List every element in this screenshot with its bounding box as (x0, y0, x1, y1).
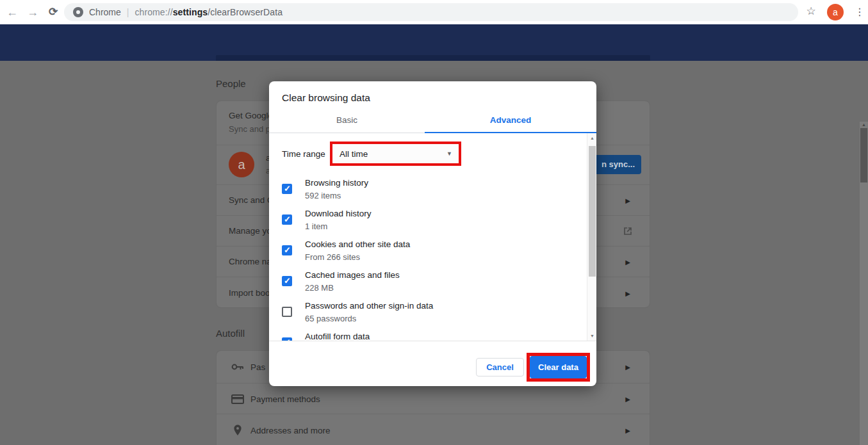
row-label: Payment methods (250, 394, 320, 403)
chevron-right-icon: ▶ (625, 395, 630, 402)
chevron-right-icon: ▶ (625, 258, 630, 265)
tab-advanced[interactable]: Advanced (425, 110, 596, 133)
reload-icon[interactable]: ⟳ (45, 4, 61, 20)
scroll-up-icon[interactable]: ▲ (587, 134, 596, 142)
item-label: Cookies and other site data (305, 239, 410, 249)
item-label: Browsing history (305, 178, 368, 188)
browser-avatar[interactable]: a (827, 4, 844, 20)
row-label: Import boo (229, 288, 270, 298)
item-sublabel: 228 MB (305, 283, 334, 293)
key-icon (230, 359, 245, 375)
scroll-down-icon[interactable]: ▼ (587, 332, 596, 340)
checkbox-autofill[interactable]: ✓ (282, 337, 292, 341)
address-bar[interactable]: Chrome | chrome://settings/clearBrowserD… (64, 3, 798, 21)
highlight-box-time-range: All time ▼ (330, 142, 461, 166)
row-payment-methods[interactable]: Payment methods ▶ (217, 383, 650, 414)
account-avatar: a (229, 152, 254, 177)
chevron-right-icon: ▶ (625, 197, 630, 204)
clear-browsing-data-dialog: Clear browsing data Basic Advanced Time … (269, 81, 596, 386)
chevron-right-icon: ▶ (625, 426, 630, 433)
item-sublabel: From 266 sites (305, 252, 360, 262)
checkbox-browsing-history[interactable]: ✓ (282, 184, 292, 194)
autofill-heading: Autofill (216, 328, 245, 339)
item-label: Passwords and other sign-in data (305, 301, 433, 311)
item-sublabel: 1 item (305, 222, 327, 231)
dropdown-arrow-icon: ▼ (446, 150, 452, 157)
forward-icon[interactable]: → (24, 4, 41, 20)
highlight-box-clear-data: Clear data (527, 353, 590, 382)
item-sublabel: 65 passwords (305, 314, 356, 323)
row-label: Chrome na (229, 257, 272, 266)
people-heading: People (216, 78, 246, 89)
url-text: chrome://settings/clearBrowserData (135, 7, 283, 17)
checkbox-cached-images[interactable]: ✓ (282, 276, 292, 286)
row-download-history: ✓ Download history 1 item (269, 209, 577, 239)
row-label: Pas (250, 362, 265, 372)
dialog-title: Clear browsing data (282, 92, 370, 104)
dialog-scrollbar[interactable]: ▲ ▼ (587, 133, 596, 341)
omnibox-divider: | (127, 7, 129, 17)
credit-card-icon (230, 391, 245, 407)
chevron-right-icon: ▶ (625, 289, 630, 296)
row-cached-images: ✓ Cached images and files 228 MB (269, 270, 577, 301)
open-in-new-icon (621, 225, 634, 238)
page-scrollbar[interactable]: ▲ (860, 122, 868, 445)
item-sublabel: 592 items (305, 191, 341, 200)
url-scheme: chrome:// (135, 7, 172, 17)
url-path: /clearBrowserData (208, 7, 283, 17)
settings-header: Settings Search settings (0, 24, 868, 61)
site-label: Chrome (89, 7, 121, 17)
checkbox-cookies[interactable]: ✓ (282, 245, 292, 255)
dialog-tabs: Basic Advanced (269, 110, 596, 133)
back-icon[interactable]: ← (4, 4, 20, 20)
row-sublabel: Sync and p (229, 124, 270, 134)
item-label: Cached images and files (305, 270, 400, 280)
checkbox-download-history[interactable]: ✓ (282, 214, 292, 225)
url-host: settings (173, 7, 208, 17)
clear-data-button[interactable]: Clear data (530, 356, 587, 378)
browser-menu-icon[interactable]: ⋮ (852, 4, 867, 20)
time-range-label: Time range (282, 149, 325, 159)
chrome-logo-icon (73, 7, 83, 17)
location-pin-icon (230, 423, 245, 438)
item-label: Download history (305, 209, 372, 218)
row-label: Manage yo (229, 226, 272, 236)
dialog-body: Time range All time ▼ ✓ Browsing history… (269, 133, 596, 341)
item-label: Autofill form data (305, 332, 370, 341)
scroll-up-icon[interactable]: ▲ (860, 122, 868, 128)
row-autofill-form-data: ✓ Autofill form data (269, 332, 577, 341)
cancel-button[interactable]: Cancel (476, 358, 524, 376)
row-label: Get Google (229, 111, 273, 120)
checkbox-passwords[interactable]: ✓ (282, 307, 292, 317)
row-addresses[interactable]: Addresses and more ▶ (217, 414, 650, 445)
chevron-right-icon: ▶ (625, 364, 630, 371)
browser-toolbar: ← → ⟳ Chrome | chrome://settings/clearBr… (0, 0, 868, 24)
page-scrollbar-thumb[interactable] (860, 128, 867, 182)
time-range-select[interactable]: All time ▼ (332, 144, 459, 163)
row-label: Addresses and more (250, 425, 331, 435)
tab-basic[interactable]: Basic (269, 110, 425, 133)
bookmark-star-icon[interactable]: ☆ (803, 4, 819, 19)
row-label: Sync and G (229, 195, 274, 205)
row-cookies: ✓ Cookies and other site data From 266 s… (269, 239, 577, 270)
dialog-scrollbar-thumb[interactable] (589, 146, 596, 277)
row-passwords-signin: ✓ Passwords and other sign-in data 65 pa… (269, 301, 577, 332)
time-range-value: All time (340, 149, 368, 159)
row-browsing-history: ✓ Browsing history 592 items (269, 178, 577, 209)
